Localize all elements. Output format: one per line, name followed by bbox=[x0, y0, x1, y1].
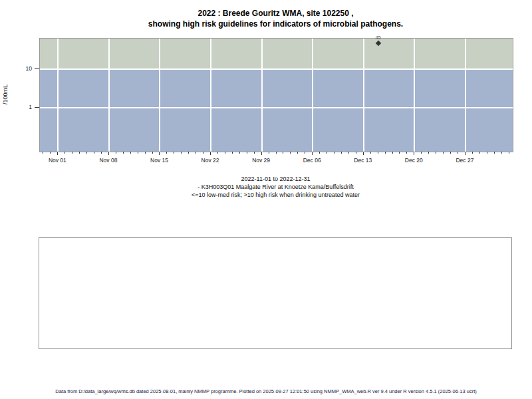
gridline-vertical bbox=[261, 39, 263, 152]
x-major-tick bbox=[57, 152, 58, 155]
x-minor-tick bbox=[269, 152, 269, 154]
x-minor-tick bbox=[501, 152, 502, 154]
plot-area: ◆ Eschericia coli ○ faecal coliforms 45 bbox=[39, 38, 513, 152]
subtitle-site-description: - K3H003Q01 Maalgate River at Knoetze Ka… bbox=[39, 183, 512, 191]
x-minor-tick bbox=[327, 152, 327, 154]
x-minor-tick bbox=[348, 152, 349, 154]
x-minor-tick bbox=[283, 152, 283, 154]
x-minor-tick bbox=[406, 152, 407, 154]
x-minor-tick bbox=[94, 152, 94, 154]
x-minor-tick bbox=[436, 152, 436, 154]
gridline-vertical bbox=[159, 39, 160, 152]
y-tick-label: 10 bbox=[26, 65, 32, 72]
chart-title: 2022 : Breede Gouritz WMA, site 102250 ,… bbox=[39, 8, 512, 29]
risk-band bbox=[40, 39, 513, 69]
x-minor-tick bbox=[232, 152, 233, 154]
y-tick-label: 1 bbox=[29, 104, 32, 110]
x-axis: Nov 01Nov 08Nov 15Nov 22Nov 29Dec 06Dec … bbox=[39, 152, 512, 169]
x-minor-tick bbox=[421, 152, 422, 154]
x-minor-tick bbox=[450, 152, 451, 154]
gridline-vertical bbox=[465, 39, 466, 152]
subtitle-date-range: 2022-11-01 to 2022-12-31 bbox=[39, 175, 512, 183]
x-minor-tick bbox=[225, 152, 225, 154]
x-tick-label: Dec 20 bbox=[405, 157, 423, 164]
gridline-vertical bbox=[57, 39, 59, 152]
x-minor-tick bbox=[138, 152, 138, 154]
subtitle-risk-guideline: <=10 low-med risk; >10 high risk when dr… bbox=[39, 191, 512, 199]
x-minor-tick bbox=[276, 152, 277, 154]
x-minor-tick bbox=[428, 152, 429, 154]
x-major-tick bbox=[261, 152, 262, 155]
x-minor-tick bbox=[188, 152, 189, 154]
x-minor-tick bbox=[370, 152, 371, 154]
x-minor-tick bbox=[43, 152, 43, 154]
x-minor-tick bbox=[399, 152, 400, 154]
x-minor-tick bbox=[116, 152, 116, 154]
x-minor-tick bbox=[305, 152, 305, 154]
x-minor-tick bbox=[385, 152, 386, 154]
x-minor-tick bbox=[86, 152, 87, 154]
x-tick-label: Nov 29 bbox=[252, 157, 270, 164]
gridline-vertical bbox=[363, 39, 364, 152]
figure: 2022 : Breede Gouritz WMA, site 102250 ,… bbox=[0, 0, 532, 399]
x-minor-tick bbox=[145, 152, 146, 154]
x-minor-tick bbox=[509, 152, 509, 154]
x-tick-label: Nov 01 bbox=[49, 157, 66, 164]
risk-band bbox=[40, 69, 513, 152]
x-minor-tick bbox=[392, 152, 393, 154]
x-major-tick bbox=[108, 152, 109, 155]
x-minor-tick bbox=[319, 152, 320, 154]
chart-title-line2: showing high risk guidelines for indicat… bbox=[39, 19, 512, 29]
x-minor-tick bbox=[290, 152, 291, 154]
x-minor-tick bbox=[334, 152, 334, 154]
x-tick-label: Dec 13 bbox=[354, 157, 372, 164]
gridline-horizontal bbox=[40, 68, 513, 70]
x-minor-tick bbox=[196, 152, 196, 154]
x-minor-tick bbox=[166, 152, 167, 154]
subtitle: 2022-11-01 to 2022-12-31 - K3H003Q01 Maa… bbox=[39, 175, 512, 199]
x-minor-tick bbox=[65, 152, 65, 154]
gridline-vertical bbox=[108, 39, 110, 152]
x-minor-tick bbox=[152, 152, 153, 154]
x-minor-tick bbox=[254, 152, 255, 154]
x-minor-tick bbox=[123, 152, 124, 154]
y-tick bbox=[35, 107, 39, 108]
x-tick-label: Dec 06 bbox=[303, 157, 321, 164]
gridline-vertical bbox=[414, 39, 415, 152]
x-major-tick bbox=[159, 152, 160, 155]
x-minor-tick bbox=[378, 152, 378, 154]
x-minor-tick bbox=[50, 152, 51, 154]
x-minor-tick bbox=[472, 152, 473, 154]
y-tick bbox=[35, 68, 39, 69]
x-major-tick bbox=[210, 152, 211, 155]
x-minor-tick bbox=[79, 152, 80, 154]
x-minor-tick bbox=[130, 152, 131, 154]
x-minor-tick bbox=[203, 152, 203, 154]
data-point-label: 45 bbox=[375, 35, 380, 41]
footer-text: Data from D:/data_large/wq/wms.db dated … bbox=[0, 388, 532, 394]
x-minor-tick bbox=[443, 152, 444, 154]
x-minor-tick bbox=[356, 152, 356, 154]
x-minor-tick bbox=[341, 152, 342, 154]
x-minor-tick bbox=[297, 152, 298, 154]
x-tick-label: Nov 15 bbox=[150, 157, 168, 164]
x-major-tick bbox=[363, 152, 364, 155]
x-minor-tick bbox=[239, 152, 240, 154]
x-tick-label: Nov 22 bbox=[201, 157, 219, 164]
gridline-horizontal bbox=[40, 107, 513, 108]
x-major-tick bbox=[312, 152, 313, 155]
x-tick-label: Nov 08 bbox=[99, 157, 117, 164]
y-axis: 101 bbox=[0, 38, 39, 151]
x-minor-tick bbox=[487, 152, 487, 154]
x-minor-tick bbox=[458, 152, 458, 154]
x-minor-tick bbox=[247, 152, 247, 154]
x-minor-tick bbox=[181, 152, 182, 154]
chart-title-line1: 2022 : Breede Gouritz WMA, site 102250 , bbox=[39, 8, 512, 19]
x-major-tick bbox=[414, 152, 414, 155]
gridline-vertical bbox=[312, 39, 313, 152]
x-minor-tick bbox=[72, 152, 72, 154]
gridline-vertical bbox=[210, 39, 211, 152]
x-minor-tick bbox=[479, 152, 480, 154]
x-minor-tick bbox=[101, 152, 102, 154]
x-minor-tick bbox=[174, 152, 174, 154]
